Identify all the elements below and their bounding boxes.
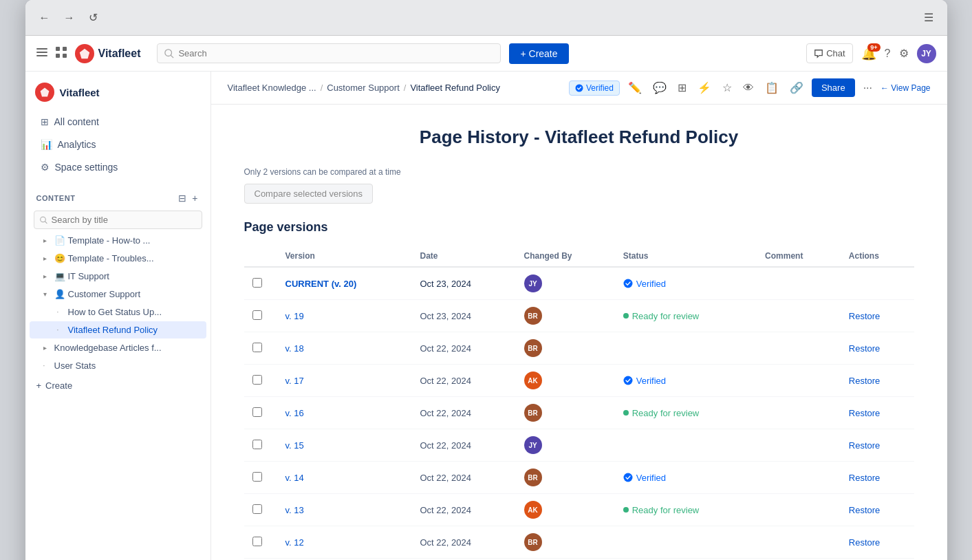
comment-button[interactable]: 💬 bbox=[650, 78, 669, 97]
settings-button[interactable]: ⚙ bbox=[899, 47, 909, 60]
content-label[interactable]: CONTENT bbox=[36, 194, 76, 202]
link-button[interactable]: 🔗 bbox=[787, 78, 806, 97]
row-checkbox[interactable] bbox=[252, 278, 262, 288]
restore-button[interactable]: Restore bbox=[849, 537, 881, 548]
version-date: Oct 22, 2024 bbox=[420, 473, 471, 483]
tree-item-it-support[interactable]: ▸ 💻 IT Support bbox=[30, 268, 206, 285]
more-options-button[interactable]: ··· bbox=[861, 79, 875, 97]
analytics-icon: 📊 bbox=[41, 139, 52, 150]
restore-button[interactable]: Restore bbox=[849, 505, 881, 515]
version-link[interactable]: v. 16 bbox=[285, 408, 304, 418]
version-date: Oct 22, 2024 bbox=[420, 537, 471, 548]
compare-button[interactable]: Compare selected versions bbox=[244, 184, 374, 204]
logo-icon bbox=[75, 44, 94, 63]
breadcrumb-customer-support[interactable]: Customer Support bbox=[327, 83, 400, 93]
versions-table: Version Date Changed By Status Comment A… bbox=[244, 246, 914, 560]
tree-item-knowledgebase[interactable]: ▸ Knowledgebase Articles f... bbox=[30, 339, 206, 356]
browser-chrome: ← → ↺ ☰ bbox=[25, 0, 947, 36]
search-bar[interactable] bbox=[157, 43, 501, 63]
tree-item-template-howto[interactable]: ▸ 📄 Template - How-to ... bbox=[30, 232, 206, 249]
user-avatar[interactable]: JY bbox=[917, 44, 936, 63]
search-title-input[interactable] bbox=[52, 215, 196, 225]
verified-badge[interactable]: Verified bbox=[569, 80, 620, 96]
version-link[interactable]: v. 19 bbox=[285, 311, 304, 321]
view-page-link[interactable]: ← View Page bbox=[881, 83, 931, 93]
back-button[interactable]: ← bbox=[36, 9, 53, 27]
version-link[interactable]: v. 15 bbox=[285, 440, 304, 451]
tree-item-how-to-status[interactable]: · How to Get Status Up... bbox=[30, 303, 206, 321]
restore-button[interactable]: Restore bbox=[849, 408, 881, 418]
sidebar-item-analytics[interactable]: 📊 Analytics bbox=[30, 133, 206, 155]
row-checkbox[interactable] bbox=[252, 504, 262, 514]
status-review: Ready for review bbox=[623, 408, 748, 418]
star-button[interactable]: ☆ bbox=[720, 78, 735, 97]
browser-menu-button[interactable]: ☰ bbox=[921, 8, 936, 27]
status-verified: Verified bbox=[623, 279, 748, 289]
tree-item-customer-support[interactable]: ▾ 👤 Customer Support bbox=[30, 286, 206, 303]
sidebar-create-button[interactable]: + Create bbox=[25, 375, 210, 396]
current-version-link[interactable]: CURRENT (v. 20) bbox=[285, 279, 357, 289]
restore-button[interactable]: Restore bbox=[849, 311, 881, 321]
expand-arrow[interactable]: ▸ bbox=[43, 344, 52, 352]
create-button[interactable]: + Create bbox=[509, 43, 568, 64]
expand-arrow[interactable]: ▸ bbox=[43, 255, 52, 262]
row-checkbox[interactable] bbox=[252, 440, 262, 449]
tree-item-user-stats[interactable]: · User Stats bbox=[30, 357, 206, 374]
tree-item-icon: 👤 bbox=[54, 289, 65, 299]
status-verified: Verified bbox=[623, 473, 748, 483]
changed-by-avatar: AK bbox=[524, 371, 542, 389]
tree-item-refund-policy[interactable]: · Vitafleet Refund Policy bbox=[30, 321, 206, 338]
forward-button[interactable]: → bbox=[61, 9, 78, 27]
content-header: CONTENT ⊟ + bbox=[25, 187, 210, 208]
row-checkbox[interactable] bbox=[252, 375, 262, 385]
tree-item-template-troubles[interactable]: ▸ 😊 Template - Troubles... bbox=[30, 250, 206, 267]
changed-by-avatar: AK bbox=[524, 501, 542, 519]
row-checkbox[interactable] bbox=[252, 537, 262, 546]
version-link[interactable]: v. 12 bbox=[285, 537, 304, 548]
notification-button[interactable]: 🔔 9+ bbox=[861, 46, 876, 61]
svg-rect-3 bbox=[56, 47, 60, 51]
expand-arrow[interactable]: ▸ bbox=[43, 237, 52, 244]
row-checkbox[interactable] bbox=[252, 310, 262, 320]
col-changed-by: Changed By bbox=[516, 246, 615, 267]
col-status: Status bbox=[615, 246, 757, 267]
hamburger-button[interactable] bbox=[36, 47, 47, 61]
breadcrumb: Vitafleet Knowledge ... / Customer Suppo… bbox=[228, 83, 500, 93]
col-select bbox=[244, 246, 277, 267]
help-button[interactable]: ? bbox=[885, 47, 891, 60]
version-link[interactable]: v. 14 bbox=[285, 473, 304, 483]
restore-button[interactable]: Restore bbox=[849, 376, 881, 386]
bolt-button[interactable]: ⚡ bbox=[695, 78, 714, 97]
edit-button[interactable]: ✏️ bbox=[625, 78, 645, 97]
copy-button[interactable]: 📋 bbox=[762, 78, 781, 97]
share-button[interactable]: Share bbox=[812, 78, 855, 97]
search-icon bbox=[164, 49, 174, 58]
expand-arrow[interactable]: ▾ bbox=[43, 290, 52, 298]
version-link[interactable]: v. 18 bbox=[285, 343, 304, 354]
filter-button[interactable]: ⊟ bbox=[177, 191, 188, 205]
chat-button[interactable]: Chat bbox=[806, 43, 852, 63]
create-plus-icon: + bbox=[36, 380, 42, 391]
search-input[interactable] bbox=[178, 48, 493, 58]
restore-button[interactable]: Restore bbox=[849, 343, 881, 354]
row-checkbox[interactable] bbox=[252, 343, 262, 352]
changed-by-avatar: BR bbox=[524, 533, 542, 551]
sidebar-item-all-content[interactable]: ⊞ All content bbox=[30, 111, 206, 133]
version-comment bbox=[757, 267, 841, 300]
add-content-button[interactable]: + bbox=[191, 191, 199, 205]
row-checkbox[interactable] bbox=[252, 407, 262, 417]
version-link[interactable]: v. 13 bbox=[285, 505, 304, 515]
breadcrumb-knowledge[interactable]: Vitafleet Knowledge ... bbox=[228, 83, 316, 93]
sidebar-item-space-settings[interactable]: ⚙ Space settings bbox=[30, 156, 206, 178]
search-title-container bbox=[34, 211, 202, 229]
restore-button[interactable]: Restore bbox=[849, 473, 881, 483]
table-button[interactable]: ⊞ bbox=[675, 78, 689, 97]
restore-button[interactable]: Restore bbox=[849, 440, 881, 451]
table-row: v. 14Oct 22, 2024BR VerifiedRestore bbox=[244, 462, 914, 494]
expand-arrow[interactable]: ▸ bbox=[43, 272, 52, 280]
version-link[interactable]: v. 17 bbox=[285, 376, 304, 386]
row-checkbox[interactable] bbox=[252, 472, 262, 482]
refresh-button[interactable]: ↺ bbox=[86, 8, 100, 27]
grid-button[interactable] bbox=[56, 47, 67, 61]
view-button[interactable]: 👁 bbox=[740, 79, 757, 97]
